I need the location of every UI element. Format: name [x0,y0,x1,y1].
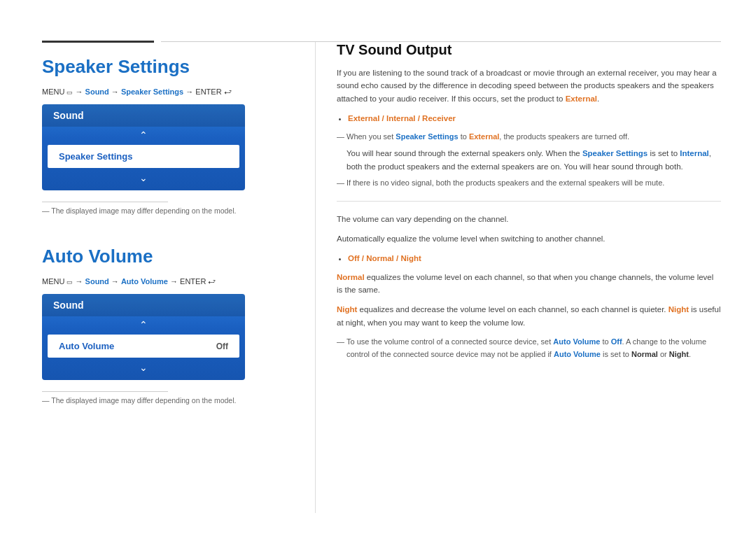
auto-volume-description: The volume can vary depending on the cha… [337,213,721,361]
divider-2 [42,391,168,392]
auto-volume-footnote: The displayed image may differ depending… [42,396,294,416]
normal-description: Normal equalizes the volume level on eac… [337,271,721,297]
bullet-off-normal-night: Off / Normal / Night [348,252,721,265]
dash-note-no-video: If there is no video signal, both the pr… [337,177,721,190]
divider-1 [42,202,168,202]
bullet-external-internal-receiver: External / Internal / Receiver [348,112,721,125]
speaker-settings-section: Speaker Settings MENU ▭ → Sound → Speake… [42,56,294,226]
right-panel-divider [337,201,721,202]
speaker-settings-footnote: The displayed image may differ depending… [42,206,294,226]
auto-volume-bullet-list: Off / Normal / Night [348,252,721,265]
auto-volume-intro2: Automatically equalize the volume level … [337,232,721,245]
dash-note-speaker-settings-external: When you set Speaker Settings to Externa… [337,131,721,143]
auto-volume-section: Auto Volume MENU ▭ → Sound → Auto Volume… [42,246,294,416]
tv-sound-output-section: TV Sound Output If you are listening to … [337,42,721,190]
top-decorative-lines [42,41,721,43]
auto-volume-tv-menu: Sound ⌃ Auto Volume Off ⌄ [42,294,245,380]
tv-sound-output-title: TV Sound Output [337,42,721,58]
right-panel: TV Sound Output If you are listening to … [315,42,721,513]
tv-menu-arrow-down-1: ⌄ [42,169,245,186]
tv-menu-arrow-up-2: ⌃ [42,316,245,333]
auto-volume-menu-path: MENU ▭ → Sound → Auto Volume → ENTER ⮐ [42,277,294,286]
speaker-settings-tv-menu: Sound ⌃ Speaker Settings ⌄ [42,104,245,190]
left-panel: Speaker Settings MENU ▭ → Sound → Speake… [42,42,315,513]
night-description: Night equalizes and decrease the volume … [337,303,721,329]
dash-note-auto-volume-off: To use the volume control of a connected… [337,336,721,360]
tv-menu-sound-header-2: Sound [42,294,245,316]
line-light [161,41,721,42]
tv-menu-auto-volume-item[interactable]: Auto Volume Off [48,335,239,358]
tv-sound-output-body: If you are listening to the sound track … [337,66,721,105]
indent-text-internal: You will hear sound through the external… [337,147,721,173]
speaker-settings-menu-path: MENU ▭ → Sound → Speaker Settings → ENTE… [42,87,294,96]
tv-menu-arrow-down-2: ⌄ [42,359,245,376]
tv-sound-bullet-list: External / Internal / Receiver [348,112,721,125]
auto-volume-intro1: The volume can vary depending on the cha… [337,213,721,225]
auto-volume-title: Auto Volume [42,246,294,267]
speaker-settings-title: Speaker Settings [42,56,294,78]
tv-menu-sound-header-1: Sound [42,104,245,127]
tv-menu-arrow-up-1: ⌃ [42,127,245,143]
tv-menu-speaker-settings-item[interactable]: Speaker Settings [48,145,239,168]
line-dark [42,41,154,43]
